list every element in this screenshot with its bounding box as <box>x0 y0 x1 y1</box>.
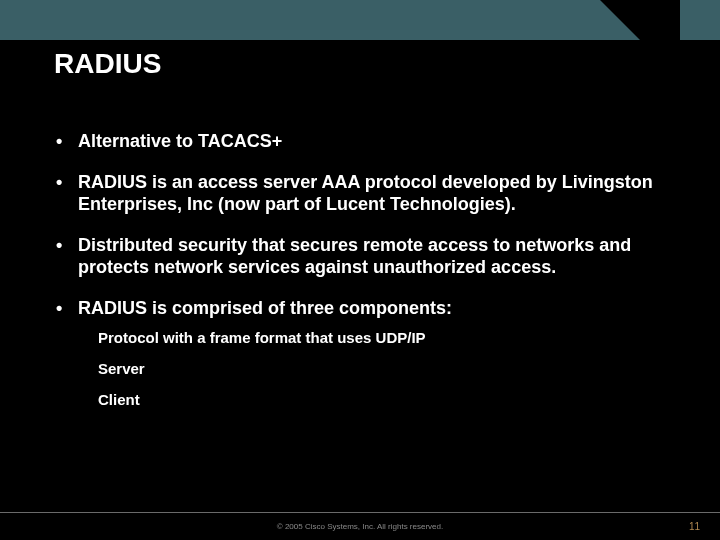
bullet-item: Distributed security that secures remote… <box>54 234 666 279</box>
sub-item: Protocol with a frame format that uses U… <box>78 329 666 348</box>
header-notch-triangle <box>600 0 640 40</box>
copyright-text: © 2005 Cisco Systems, Inc. All rights re… <box>277 522 443 531</box>
bullet-item: RADIUS is comprised of three components:… <box>54 297 666 410</box>
sub-item: Server <box>78 360 666 379</box>
bullet-item: Alternative to TACACS+ <box>54 130 666 153</box>
slide-title: RADIUS <box>54 48 161 80</box>
header-notch-block <box>640 0 680 40</box>
bullet-item: RADIUS is an access server AAA protocol … <box>54 171 666 216</box>
slide-header: RADIUS <box>0 0 720 100</box>
sub-item: Client <box>78 391 666 410</box>
bullet-text: RADIUS is comprised of three components: <box>78 298 452 318</box>
bullet-list: Alternative to TACACS+ RADIUS is an acce… <box>54 130 666 409</box>
page-number: 11 <box>689 521 700 532</box>
slide-footer: © 2005 Cisco Systems, Inc. All rights re… <box>0 512 720 540</box>
slide-content: Alternative to TACACS+ RADIUS is an acce… <box>54 130 666 427</box>
sub-list: Protocol with a frame format that uses U… <box>78 329 666 409</box>
